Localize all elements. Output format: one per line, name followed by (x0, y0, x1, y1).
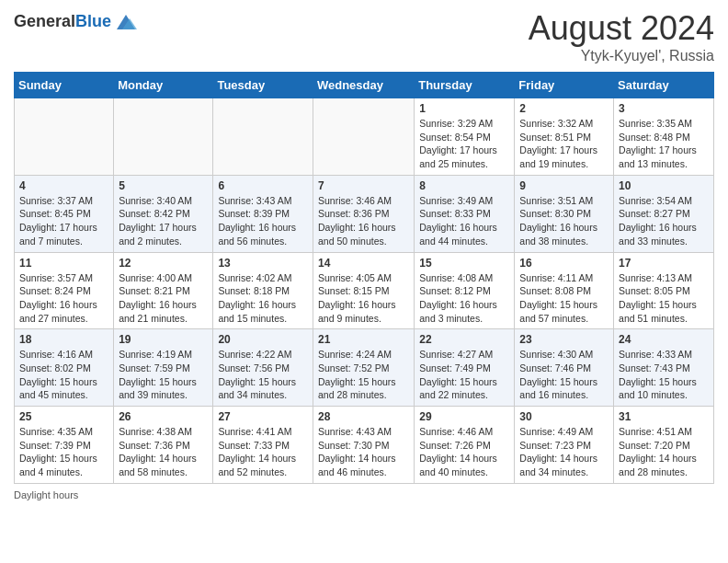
day-info: Sunrise: 3:29 AM Sunset: 8:54 PM Dayligh… (419, 117, 509, 171)
logo-general-text: General (14, 12, 75, 30)
day-number: 17 (619, 257, 709, 270)
day-cell: 27 Sunrise: 4:41 AM Sunset: 7:33 PM Dayl… (213, 407, 313, 484)
month-year: August 2024 (529, 9, 714, 48)
day-cell (313, 98, 414, 176)
day-info: Sunrise: 4:24 AM Sunset: 7:52 PM Dayligh… (318, 348, 409, 402)
day-info: Sunrise: 4:38 AM Sunset: 7:36 PM Dayligh… (119, 425, 208, 479)
day-cell: 14 Sunrise: 4:05 AM Sunset: 8:15 PM Dayl… (313, 252, 414, 329)
day-info: Sunrise: 4:13 AM Sunset: 8:05 PM Dayligh… (619, 271, 709, 326)
day-cell: 6 Sunrise: 3:43 AM Sunset: 8:39 PM Dayli… (213, 175, 313, 252)
day-number: 5 (119, 179, 208, 192)
day-cell: 29 Sunrise: 4:46 AM Sunset: 7:26 PM Dayl… (415, 407, 515, 484)
day-info: Sunrise: 3:57 AM Sunset: 8:24 PM Dayligh… (19, 271, 108, 326)
day-cell: 17 Sunrise: 4:13 AM Sunset: 8:05 PM Dayl… (614, 252, 714, 329)
day-cell: 2 Sunrise: 3:32 AM Sunset: 8:51 PM Dayli… (515, 98, 614, 176)
weekday-sunday: Sunday (15, 73, 114, 98)
page-header: GeneralBlue August 2024 Ytyk-Kyuyel', Ru… (14, 9, 714, 64)
weekday-monday: Monday (114, 73, 213, 98)
day-cell: 16 Sunrise: 4:11 AM Sunset: 8:08 PM Dayl… (515, 252, 614, 329)
day-cell: 19 Sunrise: 4:19 AM Sunset: 7:59 PM Dayl… (114, 329, 213, 407)
week-row-3: 11 Sunrise: 3:57 AM Sunset: 8:24 PM Dayl… (15, 252, 714, 329)
day-cell: 1 Sunrise: 3:29 AM Sunset: 8:54 PM Dayli… (415, 98, 515, 176)
logo-icon (113, 9, 139, 35)
day-cell: 28 Sunrise: 4:43 AM Sunset: 7:30 PM Dayl… (313, 407, 414, 484)
day-cell: 24 Sunrise: 4:33 AM Sunset: 7:43 PM Dayl… (614, 329, 714, 407)
day-number: 18 (19, 333, 108, 346)
day-number: 23 (519, 333, 609, 346)
day-info: Sunrise: 4:33 AM Sunset: 7:43 PM Dayligh… (619, 348, 709, 402)
day-info: Sunrise: 4:27 AM Sunset: 7:49 PM Dayligh… (419, 348, 509, 402)
day-info: Sunrise: 4:05 AM Sunset: 8:15 PM Dayligh… (318, 271, 409, 326)
day-number: 26 (119, 410, 208, 423)
day-number: 27 (218, 410, 308, 423)
day-cell: 11 Sunrise: 3:57 AM Sunset: 8:24 PM Dayl… (15, 252, 114, 329)
day-info: Sunrise: 4:19 AM Sunset: 7:59 PM Dayligh… (119, 348, 208, 402)
weekday-header-row: SundayMondayTuesdayWednesdayThursdayFrid… (15, 73, 714, 98)
day-info: Sunrise: 4:46 AM Sunset: 7:26 PM Dayligh… (419, 425, 509, 479)
day-info: Sunrise: 3:32 AM Sunset: 8:51 PM Dayligh… (519, 117, 609, 171)
day-info: Sunrise: 3:51 AM Sunset: 8:30 PM Dayligh… (519, 194, 609, 248)
day-cell: 12 Sunrise: 4:00 AM Sunset: 8:21 PM Dayl… (114, 252, 213, 329)
day-number: 9 (519, 179, 609, 192)
day-number: 22 (419, 333, 509, 346)
weekday-tuesday: Tuesday (213, 73, 313, 98)
day-number: 10 (619, 179, 709, 192)
day-number: 24 (619, 333, 709, 346)
week-row-2: 4 Sunrise: 3:37 AM Sunset: 8:45 PM Dayli… (15, 175, 714, 252)
day-info: Sunrise: 4:49 AM Sunset: 7:23 PM Dayligh… (519, 425, 609, 479)
day-number: 11 (19, 257, 108, 270)
week-row-5: 25 Sunrise: 4:35 AM Sunset: 7:39 PM Dayl… (15, 407, 714, 484)
day-info: Sunrise: 4:08 AM Sunset: 8:12 PM Dayligh… (419, 271, 509, 326)
day-number: 19 (119, 333, 208, 346)
day-number: 7 (318, 179, 409, 192)
day-number: 8 (419, 179, 509, 192)
week-row-1: 1 Sunrise: 3:29 AM Sunset: 8:54 PM Dayli… (15, 98, 714, 176)
day-info: Sunrise: 4:43 AM Sunset: 7:30 PM Dayligh… (318, 425, 409, 479)
logo-blue-text: Blue (75, 12, 111, 30)
day-cell: 9 Sunrise: 3:51 AM Sunset: 8:30 PM Dayli… (515, 175, 614, 252)
day-info: Sunrise: 4:30 AM Sunset: 7:46 PM Dayligh… (519, 348, 609, 402)
day-info: Sunrise: 3:46 AM Sunset: 8:36 PM Dayligh… (318, 194, 409, 248)
day-info: Sunrise: 4:16 AM Sunset: 8:02 PM Dayligh… (19, 348, 108, 402)
day-number: 29 (419, 410, 509, 423)
day-info: Sunrise: 4:02 AM Sunset: 8:18 PM Dayligh… (218, 271, 308, 326)
day-number: 31 (619, 410, 709, 423)
day-info: Sunrise: 3:37 AM Sunset: 8:45 PM Dayligh… (19, 194, 108, 248)
day-cell: 20 Sunrise: 4:22 AM Sunset: 7:56 PM Dayl… (213, 329, 313, 407)
weekday-friday: Friday (515, 73, 614, 98)
logo: GeneralBlue (14, 9, 139, 35)
day-number: 16 (519, 257, 609, 270)
weekday-wednesday: Wednesday (313, 73, 414, 98)
day-cell: 7 Sunrise: 3:46 AM Sunset: 8:36 PM Dayli… (313, 175, 414, 252)
day-info: Sunrise: 4:51 AM Sunset: 7:20 PM Dayligh… (619, 425, 709, 479)
daylight-hours-label: Daylight hours (14, 489, 78, 500)
day-cell: 4 Sunrise: 3:37 AM Sunset: 8:45 PM Dayli… (15, 175, 114, 252)
day-info: Sunrise: 4:22 AM Sunset: 7:56 PM Dayligh… (218, 348, 308, 402)
day-number: 6 (218, 179, 308, 192)
day-number: 21 (318, 333, 409, 346)
day-cell: 30 Sunrise: 4:49 AM Sunset: 7:23 PM Dayl… (515, 407, 614, 484)
day-info: Sunrise: 3:49 AM Sunset: 8:33 PM Dayligh… (419, 194, 509, 248)
day-cell: 15 Sunrise: 4:08 AM Sunset: 8:12 PM Dayl… (415, 252, 515, 329)
weekday-saturday: Saturday (614, 73, 714, 98)
day-info: Sunrise: 4:11 AM Sunset: 8:08 PM Dayligh… (519, 271, 609, 326)
calendar-table: SundayMondayTuesdayWednesdayThursdayFrid… (14, 72, 714, 484)
weekday-thursday: Thursday (415, 73, 515, 98)
day-cell: 22 Sunrise: 4:27 AM Sunset: 7:49 PM Dayl… (415, 329, 515, 407)
week-row-4: 18 Sunrise: 4:16 AM Sunset: 8:02 PM Dayl… (15, 329, 714, 407)
day-info: Sunrise: 3:40 AM Sunset: 8:42 PM Dayligh… (119, 194, 208, 248)
day-cell: 3 Sunrise: 3:35 AM Sunset: 8:48 PM Dayli… (614, 98, 714, 176)
day-cell: 13 Sunrise: 4:02 AM Sunset: 8:18 PM Dayl… (213, 252, 313, 329)
day-number: 1 (419, 102, 509, 115)
day-number: 25 (19, 410, 108, 423)
day-cell: 18 Sunrise: 4:16 AM Sunset: 8:02 PM Dayl… (15, 329, 114, 407)
day-number: 3 (619, 102, 709, 115)
day-info: Sunrise: 3:43 AM Sunset: 8:39 PM Dayligh… (218, 194, 308, 248)
day-cell (213, 98, 313, 176)
day-number: 13 (218, 257, 308, 270)
day-number: 4 (19, 179, 108, 192)
day-cell: 5 Sunrise: 3:40 AM Sunset: 8:42 PM Dayli… (114, 175, 213, 252)
day-number: 12 (119, 257, 208, 270)
day-info: Sunrise: 3:54 AM Sunset: 8:27 PM Dayligh… (619, 194, 709, 248)
day-info: Sunrise: 4:35 AM Sunset: 7:39 PM Dayligh… (19, 425, 108, 479)
